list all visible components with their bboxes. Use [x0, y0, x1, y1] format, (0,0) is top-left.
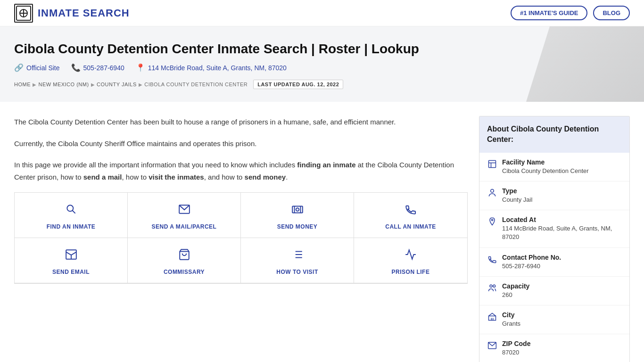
about-box: About Cibola County Detention Center: Fa…: [479, 116, 630, 362]
how-to-visit-label: HOW TO VISIT: [276, 269, 318, 275]
call-inmate-label: CALL AN INMATE: [385, 223, 436, 230]
sidebar-row-location: Located At 114 McBride Road, Suite A, Gr…: [479, 210, 629, 247]
zip-value: 87020: [502, 348, 530, 357]
p3-mid3: , and how to: [204, 173, 245, 181]
sidebar-row-capacity: Capacity 260: [479, 277, 629, 305]
hero-background: [526, 26, 644, 102]
sep1: ▶: [33, 82, 37, 87]
logo-area: INMATE SEARCH: [14, 4, 130, 23]
sidebar-row-city: City Grants: [479, 305, 629, 334]
location-pin-icon: [487, 217, 497, 229]
svg-point-26: [493, 285, 495, 287]
phone-label: Contact Phone No.: [502, 254, 561, 261]
capacity-label: Capacity: [502, 282, 529, 290]
city-value: Grants: [502, 320, 520, 328]
breadcrumb-home[interactable]: HOME: [14, 82, 31, 87]
cart-icon: [178, 248, 190, 264]
action-commissary[interactable]: COMMISSARY: [128, 238, 241, 283]
sidebar-row-facility: Facility Name Cibola County Detention Ce…: [479, 153, 629, 181]
send-money-label: SEND MONEY: [277, 223, 318, 230]
logo-icon: [14, 4, 33, 23]
find-inmate-label: FIND AN INMATE: [47, 223, 96, 230]
sep3: ▶: [139, 82, 143, 87]
p3-start: In this page we provide all the importan…: [14, 161, 297, 169]
last-updated-badge: LAST UPDATED AUG. 12, 2022: [253, 80, 343, 89]
p3-end: .: [286, 173, 288, 181]
breadcrumb-category[interactable]: COUNTY JAILS: [97, 82, 137, 87]
sep2: ▶: [91, 82, 95, 87]
location-icon: 📍: [136, 63, 145, 72]
paragraph-3: In this page we provide all the importan…: [14, 159, 468, 183]
hero-section: Cibola County Detention Center Inmate Se…: [0, 26, 644, 102]
money-icon: [291, 203, 304, 219]
logo-text: INMATE SEARCH: [38, 7, 130, 19]
header-nav: #1 INMATE'S GUIDE BLOG: [511, 6, 630, 20]
send-email-label: SEND EMAIL: [52, 269, 90, 275]
blog-button[interactable]: BLOG: [593, 6, 630, 20]
action-call-inmate[interactable]: CALL AN INMATE: [354, 193, 467, 238]
facility-name-label: Facility Name: [502, 158, 589, 166]
city-label: City: [502, 311, 520, 319]
content-area: The Cibola County Detention Center has b…: [14, 116, 468, 362]
svg-point-24: [491, 219, 493, 221]
about-body: Facility Name Cibola County Detention Ce…: [479, 153, 629, 362]
main-area: The Cibola County Detention Center has b…: [0, 102, 644, 362]
capacity-value: 260: [502, 291, 529, 299]
building-icon: [487, 159, 497, 171]
action-how-to-visit[interactable]: HOW TO VISIT: [241, 238, 354, 283]
svg-point-25: [490, 285, 492, 287]
breadcrumb-state[interactable]: NEW MEXICO (NM): [39, 82, 89, 87]
action-grid: FIND AN INMATE SEND A MAIL/PARCEL SEND M…: [14, 192, 468, 284]
sidebar-row-type: Type County Jail: [479, 181, 629, 210]
phone-action-icon: [405, 203, 417, 219]
location-label: Located At: [502, 216, 622, 223]
sidebar: About Cibola County Detention Center: Fa…: [479, 116, 630, 362]
prison-life-label: PRISON LIFE: [392, 269, 430, 275]
guide-button[interactable]: #1 INMATE'S GUIDE: [511, 6, 587, 20]
phone-icon: 📞: [71, 63, 81, 72]
svg-line-5: [72, 211, 75, 214]
person-icon: [487, 188, 497, 200]
facility-name-value: Cibola County Detention Center: [502, 167, 589, 175]
p3-bold2: send a mail: [83, 173, 122, 181]
paragraph-1: The Cibola County Detention Center has b…: [14, 116, 468, 128]
pulse-icon: [405, 248, 417, 264]
svg-rect-7: [292, 206, 303, 213]
about-header: About Cibola County Detention Center:: [479, 116, 629, 153]
page-title: Cibola County Detention Center Inmate Se…: [14, 41, 438, 58]
paragraph-2: Currently, the Cibola County Sheriff Off…: [14, 138, 468, 150]
email-icon: [65, 248, 77, 264]
official-site-link[interactable]: 🔗 Official Site: [14, 63, 60, 72]
p3-bold1: finding an inmate: [297, 161, 355, 169]
action-send-email[interactable]: SEND EMAIL: [15, 238, 128, 283]
city-icon: [487, 312, 497, 324]
svg-point-23: [491, 189, 494, 192]
zip-label: ZIP Code: [502, 340, 530, 347]
p3-mid2: , how to: [122, 173, 149, 181]
action-find-inmate[interactable]: FIND AN INMATE: [15, 193, 128, 238]
people-icon: [487, 283, 497, 295]
zip-icon: [487, 341, 497, 353]
contact-phone-icon: [487, 255, 497, 266]
send-mail-label: SEND A MAIL/PARCEL: [152, 223, 217, 230]
svg-rect-20: [489, 160, 496, 167]
location-value: 114 McBride Road, Suite A, Grants, NM, 8…: [502, 224, 622, 241]
svg-rect-27: [489, 316, 496, 320]
sidebar-row-zip: ZIP Code 87020: [479, 334, 629, 362]
action-prison-life[interactable]: PRISON LIFE: [354, 238, 467, 283]
type-value: County Jail: [502, 196, 532, 204]
svg-point-4: [67, 205, 73, 211]
commissary-label: COMMISSARY: [164, 269, 205, 275]
phone-value: 505-287-6940: [502, 262, 561, 271]
phone-link[interactable]: 📞 505-287-6940: [71, 63, 124, 72]
action-send-mail[interactable]: SEND A MAIL/PARCEL: [128, 193, 241, 238]
svg-point-8: [296, 208, 299, 211]
sidebar-row-phone: Contact Phone No. 505-287-6940: [479, 248, 629, 277]
search-icon: [65, 203, 77, 219]
p3-bold4: send money: [245, 173, 286, 181]
breadcrumb-current: CIBOLA COUNTY DETENTION CENTER: [144, 82, 248, 87]
p3-bold3: visit the inmates: [149, 173, 204, 181]
action-send-money[interactable]: SEND MONEY: [241, 193, 354, 238]
link-icon: 🔗: [14, 63, 24, 72]
header: INMATE SEARCH #1 INMATE'S GUIDE BLOG: [0, 0, 644, 26]
